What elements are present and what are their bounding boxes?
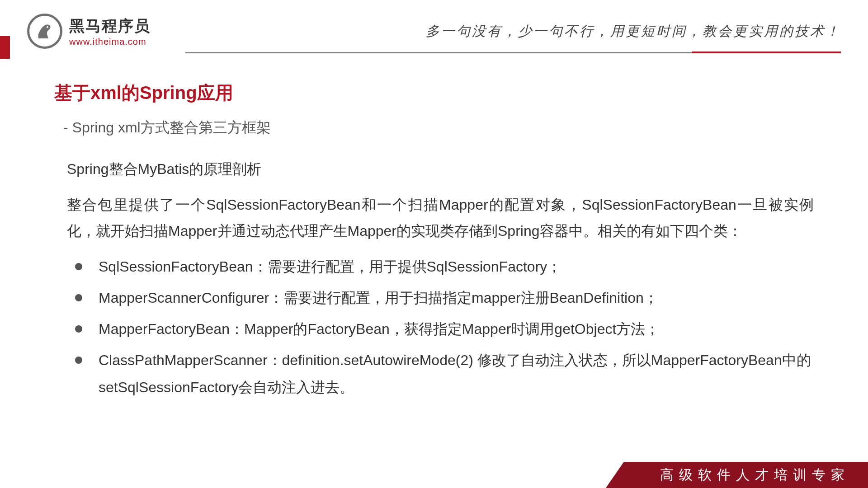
list-item: MapperScannerConfigurer：需要进行配置，用于扫描指定map… <box>67 284 814 312</box>
logo-icon <box>27 14 62 49</box>
logo-brand-name: 黑马程序员 <box>69 16 151 37</box>
logo-area: 黑马程序员 www.itheima.com <box>27 14 151 49</box>
page-subtitle: - Spring xml方式整合第三方框架 <box>63 118 814 138</box>
section-title: Spring整合MyBatis的原理剖析 <box>67 160 814 179</box>
bullet-list: SqlSessionFactoryBean：需要进行配置，用于提供SqlSess… <box>67 253 814 401</box>
footer-banner-text: 高级软件人才培训专家 <box>660 466 850 484</box>
svg-point-0 <box>47 26 48 28</box>
header-divider-accent <box>692 52 841 53</box>
list-item: SqlSessionFactoryBean：需要进行配置，用于提供SqlSess… <box>67 253 814 281</box>
list-item: ClassPathMapperScanner：definition.setAut… <box>67 347 814 402</box>
slogan-text: 多一句没有，少一句不行，用更短时间，教会更实用的技术！ <box>426 22 841 41</box>
logo-url: www.itheima.com <box>69 37 151 47</box>
header: 黑马程序员 www.itheima.com 多一句没有，少一句不行，用更短时间，… <box>0 0 868 58</box>
intro-paragraph: 整合包里提供了一个SqlSessionFactoryBean和一个扫描Mappe… <box>67 192 814 244</box>
page-title: 基于xml的Spring应用 <box>54 80 814 105</box>
main-content: 基于xml的Spring应用 - Spring xml方式整合第三方框架 Spr… <box>0 58 868 401</box>
footer-banner: 高级软件人才培训专家 <box>624 462 868 488</box>
list-item: MapperFactoryBean：Mapper的FactoryBean，获得指… <box>67 315 814 343</box>
logo-text: 黑马程序员 www.itheima.com <box>69 16 151 47</box>
horse-icon <box>34 20 56 42</box>
